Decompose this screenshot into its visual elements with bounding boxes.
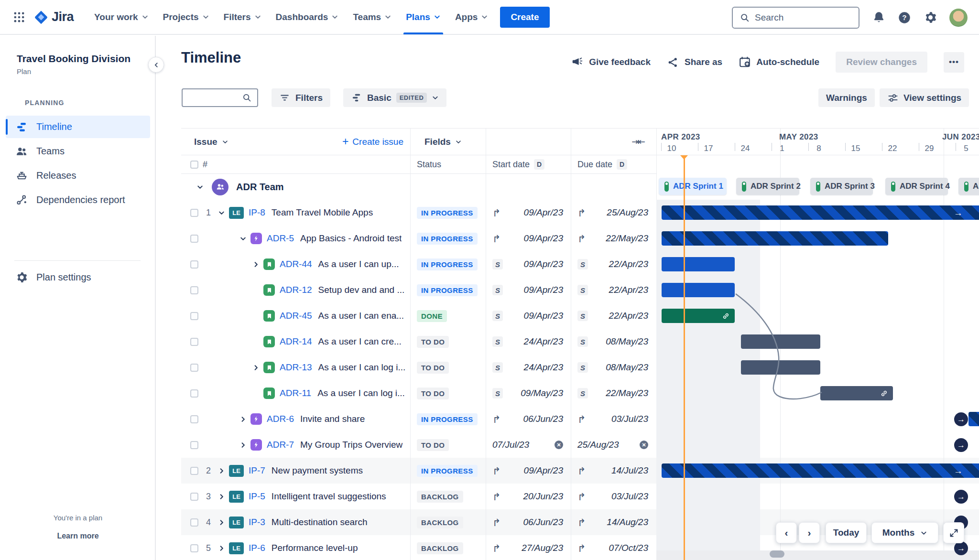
jira-logo[interactable]: Jira: [33, 10, 74, 25]
app-switcher-icon[interactable]: [12, 10, 27, 24]
chevron-right-icon[interactable]: [217, 517, 226, 527]
fields-dropdown[interactable]: Fields: [424, 137, 462, 147]
chevron-right-icon[interactable]: [238, 414, 248, 424]
status-badge[interactable]: TO DO: [417, 388, 449, 399]
date-value[interactable]: 24/Apr/23: [524, 336, 563, 347]
today-button[interactable]: Today: [826, 522, 867, 543]
issue-key-link[interactable]: ADR-45: [280, 311, 312, 321]
gantt-bar-adr-11[interactable]: [820, 386, 893, 400]
sprint-label[interactable]: AD: [958, 178, 979, 195]
issue-dropdown[interactable]: Issue: [194, 137, 228, 147]
issue-key-link[interactable]: ADR-5: [267, 233, 294, 244]
issue-key-link[interactable]: ADR-12: [280, 285, 312, 295]
jump-to-bar-button[interactable]: →: [954, 541, 968, 555]
date-value[interactable]: 07/Oct/23: [609, 543, 648, 553]
row-checkbox[interactable]: [190, 260, 198, 269]
chevron-right-icon[interactable]: [217, 492, 226, 501]
review-changes-button[interactable]: Review changes: [836, 52, 927, 73]
bell-icon[interactable]: [872, 11, 885, 24]
dependency-link-icon[interactable]: [722, 312, 730, 320]
view-mode-button[interactable]: Basic EDITED: [343, 88, 446, 107]
date-value[interactable]: 07/Jul/23: [492, 440, 529, 450]
chevron-down-icon[interactable]: [195, 182, 205, 192]
gantt-bar-adr-45[interactable]: [662, 309, 735, 323]
date-value[interactable]: 22/Apr/23: [609, 259, 648, 269]
gantt-bar-ip-7[interactable]: →: [662, 463, 979, 478]
gantt-bar-adr-44[interactable]: [662, 257, 735, 271]
date-value[interactable]: 09/Apr/23: [524, 259, 563, 269]
chevron-right-icon[interactable]: [238, 440, 248, 450]
auto-schedule-button[interactable]: Auto-schedule: [739, 56, 819, 68]
chevron-right-icon[interactable]: [217, 466, 226, 475]
gear-icon[interactable]: [924, 11, 937, 24]
status-badge[interactable]: DONE: [417, 310, 447, 322]
date-value[interactable]: 09/Apr/23: [524, 233, 563, 244]
status-badge[interactable]: IN PROGRESS: [417, 465, 478, 477]
row-checkbox[interactable]: [190, 544, 198, 552]
nav-item-filters[interactable]: Filters: [217, 0, 269, 34]
date-value[interactable]: 22/May/23: [606, 233, 648, 244]
date-value[interactable]: 08/May/23: [606, 362, 648, 373]
nav-item-plans[interactable]: Plans: [399, 0, 448, 34]
date-value[interactable]: 24/Apr/23: [524, 362, 563, 373]
row-checkbox[interactable]: [190, 415, 198, 423]
issue-key-link[interactable]: ADR-7: [267, 440, 294, 450]
warnings-button[interactable]: Warnings: [818, 88, 875, 107]
row-checkbox[interactable]: [190, 286, 198, 294]
select-all-checkbox[interactable]: [190, 161, 198, 169]
timeline-search[interactable]: [182, 88, 258, 107]
sidebar-item-plan-settings[interactable]: Plan settings: [6, 266, 150, 289]
global-search-input[interactable]: [755, 12, 841, 23]
jump-to-bar-button[interactable]: →: [954, 412, 968, 426]
issue-key-link[interactable]: ADR-11: [280, 388, 311, 398]
sprint-label[interactable]: ADR Sprint 4: [885, 178, 948, 195]
gantt-bar-adr-5[interactable]: [662, 231, 888, 246]
chevron-right-icon[interactable]: [217, 543, 226, 553]
nav-item-your-work[interactable]: Your work: [87, 0, 156, 34]
issue-key-link[interactable]: ADR-44: [280, 259, 312, 269]
status-badge[interactable]: BACKLOG: [417, 517, 463, 528]
due-date-column-header[interactable]: Due date D: [571, 159, 656, 170]
gantt-bar-adr-14[interactable]: [741, 334, 820, 349]
date-value[interactable]: 25/Aug/23: [607, 207, 648, 218]
issue-key-link[interactable]: ADR-14: [280, 336, 312, 347]
chevron-down-icon[interactable]: [217, 208, 226, 217]
create-issue-button[interactable]: + Create issue: [342, 135, 403, 148]
nav-item-dashboards[interactable]: Dashboards: [269, 0, 346, 34]
sidebar-item-timeline[interactable]: Timeline: [6, 116, 150, 138]
status-badge[interactable]: IN PROGRESS: [417, 207, 478, 219]
help-icon[interactable]: ?: [898, 11, 911, 24]
user-avatar[interactable]: [949, 9, 968, 27]
date-value[interactable]: 22/Apr/23: [609, 311, 648, 321]
scroll-left-button[interactable]: ‹: [776, 522, 797, 543]
clear-date-icon[interactable]: ✕: [640, 441, 648, 449]
gantt-bar-adr-6[interactable]: [968, 412, 979, 426]
jump-to-bar-button[interactable]: →: [954, 490, 968, 504]
status-badge[interactable]: TO DO: [417, 336, 449, 348]
gantt-bar-ip-8[interactable]: →: [662, 205, 979, 220]
date-value[interactable]: 03/Jul/23: [611, 491, 648, 502]
row-checkbox[interactable]: [190, 235, 198, 243]
status-badge[interactable]: IN PROGRESS: [417, 413, 478, 425]
sidebar-collapse-button[interactable]: [148, 57, 164, 73]
table-row[interactable]: ADR-6Invite and shareIN PROGRESS↱06/Jun/…: [181, 406, 979, 432]
date-value[interactable]: 09/Apr/23: [524, 465, 563, 476]
date-value[interactable]: 14/Jul/23: [611, 465, 648, 476]
timeline-search-input[interactable]: [187, 93, 242, 103]
share-as-button[interactable]: Share as: [667, 56, 722, 68]
issue-key-link[interactable]: IP-6: [249, 543, 265, 553]
row-checkbox[interactable]: [190, 467, 198, 475]
issue-key-link[interactable]: IP-5: [249, 491, 265, 502]
date-value[interactable]: 06/Jun/23: [523, 414, 563, 424]
row-checkbox[interactable]: [190, 493, 198, 501]
table-row[interactable]: ADR-44As a user I can up...IN PROGRESSS0…: [181, 251, 979, 277]
scroll-right-button[interactable]: ›: [799, 522, 820, 543]
date-value[interactable]: 25/Aug/23: [577, 440, 619, 450]
date-value[interactable]: 20/Jun/23: [523, 491, 563, 502]
date-value[interactable]: 22/Apr/23: [609, 285, 648, 295]
issue-key-link[interactable]: IP-7: [249, 465, 265, 476]
issue-key-link[interactable]: IP-3: [249, 517, 265, 528]
date-value[interactable]: 08/May/23: [606, 336, 648, 347]
status-badge[interactable]: IN PROGRESS: [417, 233, 478, 245]
status-badge[interactable]: BACKLOG: [417, 491, 463, 503]
